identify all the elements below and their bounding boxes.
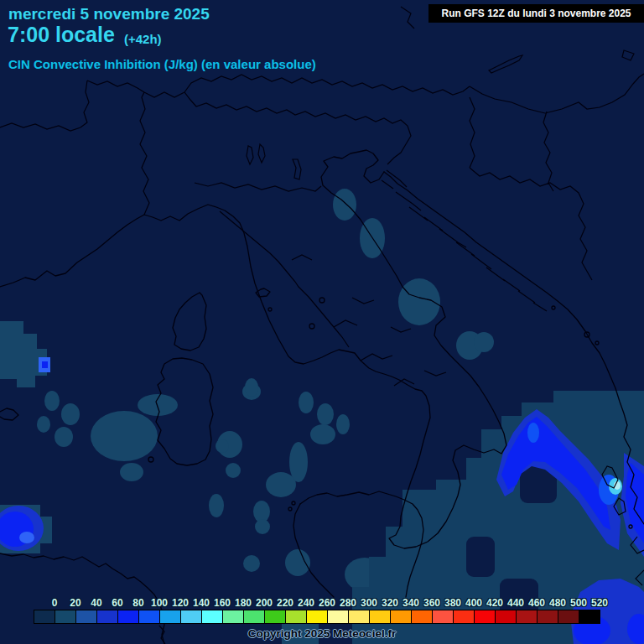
- forecast-offset-label: (+42h): [124, 32, 162, 46]
- valid-time-label: 7:00 locale: [8, 23, 115, 47]
- date-label: mercredi 5 novembre 2025: [8, 5, 210, 23]
- weather-map-page: mercredi 5 novembre 2025 7:00 locale (+4…: [0, 0, 644, 644]
- model-run-info: Run GFS 12Z du lundi 3 novembre 2025: [428, 4, 644, 23]
- cin-max-southwest: [0, 505, 52, 553]
- copyright-label: Copyright 2025 Meteociel.fr: [0, 627, 644, 640]
- parameter-title: CIN Convective Inhibition (J/kg) (en val…: [8, 57, 316, 71]
- map-canvas: [0, 0, 644, 644]
